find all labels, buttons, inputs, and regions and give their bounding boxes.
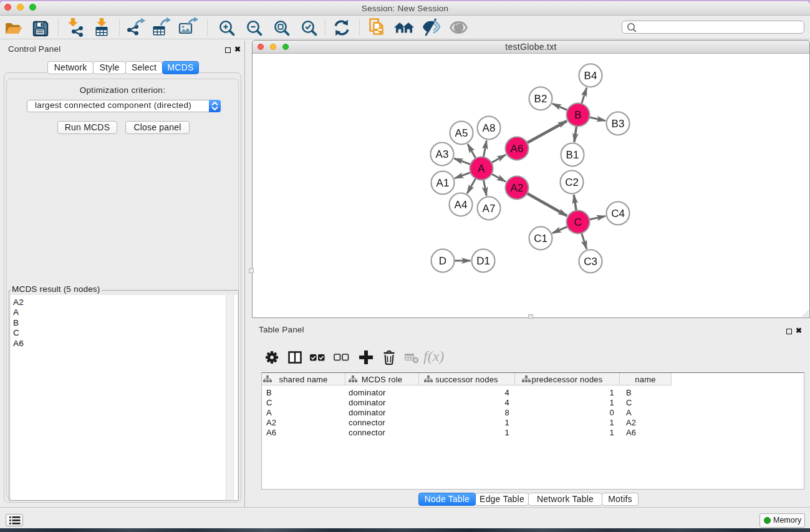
svg-text:D: D	[439, 255, 446, 267]
svg-text:B3: B3	[612, 118, 625, 130]
svg-text:A8: A8	[483, 122, 496, 134]
svg-text:A4: A4	[455, 199, 468, 211]
svg-text:C2: C2	[565, 177, 579, 188]
svg-text:B1: B1	[566, 149, 579, 161]
svg-text:B: B	[574, 109, 581, 121]
svg-text:A: A	[478, 163, 485, 175]
svg-text:A1: A1	[436, 177, 450, 189]
svg-text:C3: C3	[584, 256, 597, 268]
svg-text:A7: A7	[483, 203, 496, 215]
svg-text:A5: A5	[455, 127, 468, 139]
svg-text:C: C	[574, 216, 582, 228]
svg-text:B2: B2	[534, 93, 547, 105]
svg-text:B4: B4	[584, 70, 597, 82]
svg-text:A2: A2	[511, 182, 524, 194]
svg-text:A6: A6	[511, 143, 524, 155]
svg-text:D1: D1	[476, 255, 490, 267]
svg-text:C4: C4	[611, 208, 625, 220]
svg-text:A3: A3	[436, 148, 449, 160]
svg-text:C1: C1	[534, 233, 547, 244]
svg-text:f(x): f(x)	[423, 349, 444, 364]
